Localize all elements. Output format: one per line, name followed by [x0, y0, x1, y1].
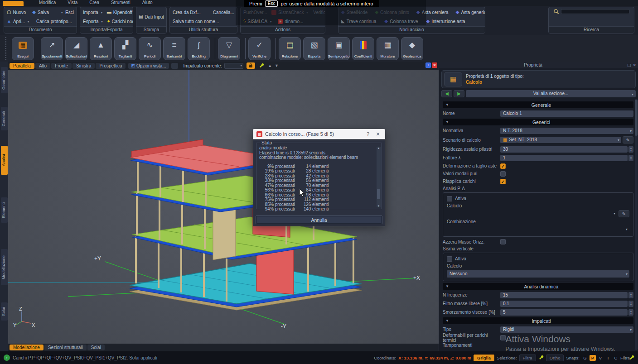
nav-forward-button[interactable]: ▶	[454, 90, 464, 97]
apri-button[interactable]: ▲Apri...▼	[7, 19, 30, 24]
section-analisi-dinamica[interactable]: ▼Analisi dinamica	[443, 283, 633, 290]
snap-toggle[interactable]: C	[613, 355, 619, 361]
floor-up-button[interactable]: ▲	[268, 63, 272, 68]
properties-scrollbar[interactable]	[635, 99, 638, 350]
toolbar-button[interactable]: ≡ Baricentri	[163, 37, 185, 60]
toolbar-drag-handle[interactable]	[5, 37, 8, 60]
nome-field[interactable]: Calcolo 1	[500, 110, 633, 117]
kipendoff-button[interactable]: ▬Kipendoff	[107, 10, 132, 15]
dinamo-button[interactable]: ✉dinamo...	[278, 19, 303, 24]
tipo-dropdown[interactable]: Rigidi	[500, 326, 633, 333]
cancella-button[interactable]: Cancella...	[213, 10, 234, 15]
view-tab[interactable]: Parallela	[10, 63, 34, 69]
menu-strumenti[interactable]: Strumenti	[111, 0, 130, 6]
view-tab[interactable]: Solai	[87, 345, 105, 350]
view-tab[interactable]: Sinistra	[72, 63, 95, 69]
side-tab[interactable]: Generali	[1, 107, 8, 130]
dati-input-button[interactable]: ▤Dati Input	[139, 14, 164, 19]
nuovo-button[interactable]: ▢Nuovo	[7, 10, 26, 15]
colonna-plinto-button[interactable]: ◆Colonna plinto	[375, 10, 409, 15]
dialog-scrollbar[interactable]: ▲ ▼	[377, 147, 381, 207]
view-tab[interactable]: Fronte	[51, 63, 72, 69]
toolbar-button[interactable]: ▤ Relazione	[279, 37, 301, 60]
pushover-button[interactable]: PushOver...	[243, 10, 267, 15]
toolbar-button[interactable]: ▧ Esporta	[303, 37, 325, 60]
sismica-button[interactable]: ϟSISMI.CA▼	[243, 19, 272, 24]
toolbar-button[interactable]: ▣ Semiprogetto	[328, 37, 350, 60]
section-impalcati[interactable]: ▼Impalcati	[443, 317, 633, 324]
side-tab[interactable]: Solai	[1, 302, 8, 321]
menu-crea[interactable]: Crea	[89, 0, 99, 6]
toolbar-button[interactable]: ▽ Diagrammi	[218, 37, 240, 60]
scroll-down-icon[interactable]: ▼	[377, 205, 381, 207]
toolbar-button[interactable]: ▲ Reazioni	[90, 37, 112, 60]
pd-combinazione-dropdown[interactable]	[447, 226, 629, 233]
carica-prototipo-button[interactable]: Carica prototipo...	[36, 19, 72, 24]
toolbar-button[interactable]: ▮ Coefficienti	[352, 37, 374, 60]
azzera-checkbox[interactable]	[500, 239, 506, 244]
carichi-nodali-button[interactable]: ●Carichi nodali	[107, 19, 133, 24]
deformazione-checkbox[interactable]	[500, 163, 506, 169]
section-generale[interactable]: ▼Generale	[443, 101, 633, 108]
toolbar-button[interactable]: ↗ Spostamenti	[41, 37, 63, 60]
smorzamento-field[interactable]: 5	[500, 309, 628, 316]
snap-toggle[interactable]: I	[605, 355, 611, 361]
colonna-trave-button[interactable]: ◆Colonna trave	[384, 19, 418, 24]
side-tab[interactable]: Analisi	[1, 146, 8, 175]
wrench-icon[interactable]	[629, 355, 634, 360]
file-menu-button[interactable]	[3, 1, 24, 6]
menu-aiuto[interactable]: Aiuto	[142, 0, 153, 6]
filtro-field[interactable]: 0.1	[500, 301, 628, 307]
view-tab[interactable]: Prospettica	[96, 63, 126, 69]
fattore-spinner[interactable]: ▲▼	[628, 155, 633, 161]
toolbar-button[interactable]: ∿ Periodi	[139, 37, 161, 60]
nfreq-field[interactable]: 15	[500, 292, 628, 298]
section-generici[interactable]: ▼Generici	[443, 119, 633, 125]
panel-restore-icon[interactable]: ▢	[627, 63, 631, 67]
wrench-button[interactable]	[257, 62, 265, 69]
filtra-selezione-button[interactable]: Filtra	[519, 354, 536, 361]
toolbar-button[interactable]: ▦ Murature	[377, 37, 399, 60]
rigidezza-spinner[interactable]: ▲▼	[628, 146, 633, 153]
dialog-titlebar[interactable]: ▦ Calcolo in corso... (Fase 5 di 5) ? ✕	[253, 129, 385, 139]
sismacheck-button[interactable]: SismaCheck▼	[271, 10, 309, 15]
scenario-edit-button[interactable]: ✎	[623, 136, 633, 144]
riapplica-checkbox[interactable]	[500, 179, 506, 184]
griglia-toggle[interactable]: Griglia	[474, 354, 494, 361]
wrench-icon[interactable]	[538, 355, 544, 360]
asta-generica-button[interactable]: ◆Asta generica	[456, 10, 485, 15]
search-input[interactable]	[561, 9, 629, 14]
opzioni-vista-button[interactable]: ◩Opzioni vista...	[128, 63, 169, 69]
rigidezza-field[interactable]: 30	[500, 146, 628, 153]
view-extra-button[interactable]	[171, 63, 178, 69]
snap-toggle[interactable]: P	[590, 355, 596, 361]
side-tab[interactable]: Elementi	[1, 197, 8, 223]
scroll-up-icon[interactable]: ▲	[377, 147, 381, 149]
side-tab[interactable]: Modellazione	[1, 249, 8, 285]
normativa-dropdown[interactable]: N.T. 2018	[500, 128, 633, 134]
toolbar-button[interactable]: ▞ Taglianti	[114, 37, 136, 60]
view-tab[interactable]: Alto	[35, 63, 50, 69]
deformabili-checkbox[interactable]	[500, 335, 506, 340]
impalcato-dropdown[interactable]	[224, 63, 243, 69]
filtro-spinner[interactable]: ▲▼	[628, 301, 633, 307]
ortho-toggle[interactable]: Ortho	[546, 354, 564, 361]
toolbar-button[interactable]: ◢ Sollecitazioni	[65, 37, 87, 60]
valori-modali-checkbox[interactable]	[500, 171, 506, 177]
lock-button[interactable]	[246, 62, 255, 69]
fattore-field[interactable]: 1	[500, 155, 628, 161]
menu-modifica[interactable]: Modifica	[39, 0, 56, 6]
trave-continua-button[interactable]: ◣Trave continua	[341, 19, 376, 24]
toolbar-button[interactable]: ▦ Esegui	[12, 37, 34, 60]
goto-section-dropdown[interactable]: Vai alla sezione...	[466, 90, 636, 97]
toolbar-button[interactable]: ∫ Buckling	[188, 37, 210, 60]
add-view-button[interactable]: +	[425, 62, 431, 68]
nfreq-spinner[interactable]: ▲▼	[628, 292, 633, 298]
snap-toggle[interactable]: Filtra	[620, 355, 627, 361]
panel-close-icon[interactable]: ✕	[633, 63, 636, 67]
dialog-close-button[interactable]: ✕	[374, 131, 382, 137]
scenario-dropdown[interactable]: ▦Set_NT_2018	[500, 137, 621, 143]
toolbar-button[interactable]: ✓ Verifiche	[248, 37, 271, 60]
dialog-help-button[interactable]: ?	[364, 131, 372, 137]
view-tab[interactable]: Modellazione	[10, 345, 44, 350]
